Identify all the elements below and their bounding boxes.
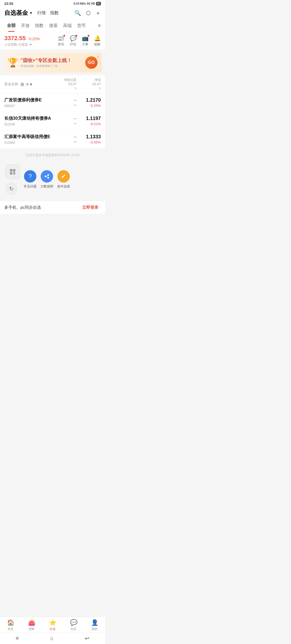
notice-text: 交易日基金净值更新时间16:00~23:00	[26, 153, 79, 157]
market-bar: 3372.55 -0.25% 上证指数 已收盘 ▼ 📰 资讯 💬 讨论 📺	[0, 32, 105, 50]
index-row: 3372.55 -0.25%	[4, 35, 40, 42]
banner-text: "固收+"专区全新上线！	[20, 57, 85, 64]
fund-nav-2: 1.1333 -0.05%	[77, 134, 101, 144]
banner-ad[interactable]: 🏆 "固收+"专区全新上线！ 市场有风险，投资需谨慎 | 广告 GO ×	[3, 53, 102, 73]
fund-estimate-2: -- --	[58, 134, 77, 144]
events-dot	[88, 35, 89, 37]
search-icon[interactable]: 🔍	[74, 10, 81, 16]
filter-tabs: 全部 开放 指数 债基 高端 货币 ≡	[0, 20, 105, 32]
alert-icon: 🔔	[94, 35, 101, 41]
tab-bond[interactable]: 债基	[46, 20, 60, 32]
table-header: 基金名称 ⊞ ≡ ▾ 净值估算 03-07 ⇅ 净值 03-07 ⇅	[0, 75, 105, 94]
svg-line-14	[46, 175, 47, 176]
fund-nav-1: 1.1197 -0.01%	[77, 116, 101, 126]
add-icon[interactable]: ＋	[95, 9, 101, 17]
action-news[interactable]: 📰 资讯	[58, 35, 64, 47]
svg-point-12	[47, 174, 49, 176]
filter-label: 条件选基	[57, 184, 70, 189]
svg-point-11	[45, 176, 46, 177]
fund-code-0: 009267	[4, 104, 58, 108]
tab-more[interactable]: ≡	[95, 20, 101, 32]
index-name: 上证指数	[4, 42, 17, 47]
banner-close-button[interactable]: ×	[97, 55, 99, 60]
banner-mascot: 🏆	[8, 57, 18, 68]
tool-faq[interactable]: ? 常见问题	[24, 170, 37, 189]
fund-info-0: 广发双债添利债券E 009267	[4, 97, 58, 108]
refresh-button[interactable]: ↻	[5, 183, 17, 195]
nav-link-market[interactable]: 行情	[37, 10, 46, 16]
tab-open[interactable]: 开放	[18, 20, 32, 32]
estimate-sort-icon[interactable]: ⇅	[74, 87, 77, 90]
index-dropdown[interactable]: ▼	[29, 43, 32, 47]
tool-bigdata[interactable]: 大数据榜	[40, 170, 53, 189]
events-label: 大事	[82, 42, 88, 47]
scan-icon[interactable]: ⬡	[86, 10, 91, 16]
nav-sort-icon[interactable]: ⇅	[99, 87, 101, 90]
index-name-row[interactable]: 上证指数 已收盘 ▼	[4, 42, 40, 47]
market-index: 3372.55 -0.25% 上证指数 已收盘 ▼	[4, 35, 40, 47]
network-speed: 0.10 KB/s	[74, 2, 86, 5]
svg-line-15	[46, 177, 47, 177]
tool-filter[interactable]: ✔ 条件选基	[57, 170, 70, 189]
network-type: 5G HD	[87, 2, 95, 5]
svg-rect-3	[11, 170, 12, 171]
battery-icon: 91	[96, 2, 101, 5]
faq-label: 常见问题	[24, 184, 37, 189]
banner-sub: 市场有风险，投资需谨慎 | 广告	[20, 64, 85, 68]
fund-item[interactable]: 汇添富中高等级信用债E 011660 -- -- 1.1333 -0.05%	[0, 130, 105, 149]
grid-view-icon[interactable]: ⊞	[20, 82, 24, 87]
alert-label: 提醒	[94, 42, 101, 47]
nav-links: 行情 指数	[37, 10, 70, 16]
notice-bar: 交易日基金净值更新时间16:00~23:00	[0, 149, 105, 162]
th-name: 基金名称 ⊞ ≡ ▾	[4, 82, 52, 87]
banner-go-button[interactable]: GO	[85, 56, 98, 69]
faq-icon: ?	[24, 170, 36, 183]
fund-estimate-1: -- --	[58, 116, 77, 126]
svg-rect-4	[14, 170, 15, 171]
login-arrow: ›	[99, 205, 101, 210]
app-title[interactable]: 自选基金 ▼	[4, 9, 33, 17]
scan-button[interactable]	[5, 165, 20, 179]
discuss-dot	[75, 35, 77, 37]
market-actions: 📰 资讯 💬 讨论 📺 大事 🔔 提醒	[58, 35, 101, 47]
title-dropdown-arrow[interactable]: ▼	[29, 11, 33, 15]
nav-link-index[interactable]: 指数	[50, 10, 59, 16]
index-status: 已收盘	[18, 42, 28, 47]
tab-money[interactable]: 货币	[74, 20, 88, 32]
top-nav: 自选基金 ▼ 行情 指数 🔍 ⬡ ＋	[0, 7, 105, 20]
bigdata-label: 大数据榜	[40, 184, 53, 189]
filter-icon: ✔	[57, 170, 70, 183]
fund-info-1: 长信30天滚动持有债券A 013236	[4, 116, 58, 126]
index-value: 3372.55	[4, 35, 26, 42]
fund-list: 广发双债添利债券E 009267 -- -- 1.2170 -0.25% 长信3…	[0, 94, 105, 149]
discuss-label: 讨论	[70, 42, 76, 47]
index-change: -0.25%	[28, 37, 40, 41]
tab-all[interactable]: 全部	[4, 20, 18, 32]
bigdata-icon	[41, 170, 53, 183]
promo-text: 多手机、pc同步自选	[4, 205, 82, 210]
login-promo: 多手机、pc同步自选 立即登录 ›	[0, 201, 105, 214]
tools-row: ↻ ? 常见问题 大数据榜 ✔ 条件选基	[5, 165, 100, 195]
tab-index[interactable]: 指数	[32, 20, 46, 32]
status-right: 0.10 KB/s 5G HD 91	[74, 2, 101, 5]
fund-estimate-0: -- --	[58, 98, 77, 107]
fund-info-2: 汇添富中高等级信用债E 011660	[4, 134, 58, 145]
fund-nav-0: 1.2170 -0.25%	[77, 97, 101, 108]
fund-name-1: 长信30天滚动持有债券A	[4, 116, 58, 121]
action-events[interactable]: 📺 大事	[82, 35, 89, 47]
tab-premium[interactable]: 高端	[60, 20, 74, 32]
fund-code-1: 013236	[4, 122, 58, 126]
news-dot	[63, 35, 65, 37]
status-bar: 23:55 0.10 KB/s 5G HD 91	[0, 0, 105, 7]
nav-icons: 🔍 ⬡ ＋	[74, 9, 101, 17]
th-estimate[interactable]: 净值估算 03-07 ⇅	[52, 78, 77, 91]
action-discuss[interactable]: 💬 讨论	[70, 35, 77, 47]
fund-name-0: 广发双债添利债券E	[4, 97, 58, 103]
fund-item[interactable]: 广发双债添利债券E 009267 -- -- 1.2170 -0.25%	[0, 94, 105, 112]
svg-rect-5	[11, 173, 12, 174]
list-view-icon[interactable]: ≡ ▾	[26, 82, 32, 87]
fund-item[interactable]: 长信30天滚动持有债券A 013236 -- -- 1.1197 -0.01%	[0, 112, 105, 130]
th-nav[interactable]: 净值 03-07 ⇅	[77, 78, 101, 91]
login-link[interactable]: 立即登录	[82, 205, 98, 210]
action-alert[interactable]: 🔔 提醒	[94, 35, 101, 47]
